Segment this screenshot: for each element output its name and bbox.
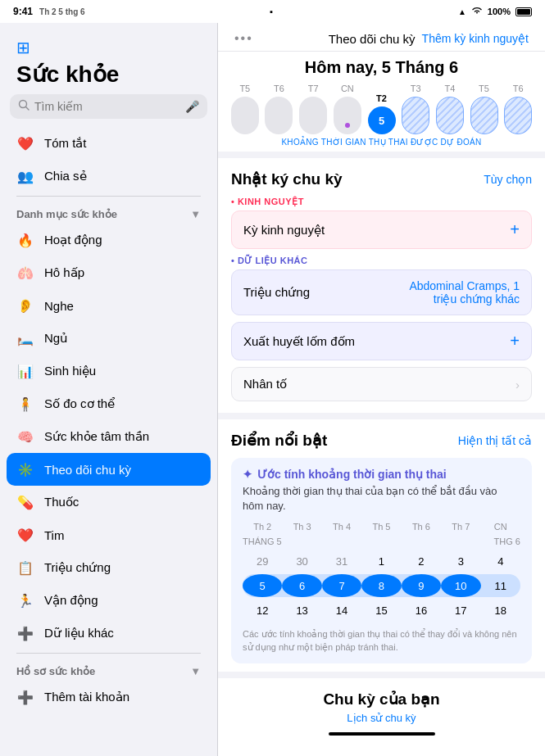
sidebar-item-nghe[interactable]: 👂 Nghe: [0, 289, 217, 322]
week-day-today: T2 5: [365, 93, 399, 134]
week-day-label-3: CN: [341, 84, 354, 93]
mini-calendar: Th 2 Th 3 Th 4 Th 5 Th 6 Th 7 CN THÁNG 5…: [243, 522, 520, 622]
week-day-1: T6: [262, 84, 297, 134]
more-dots-icon[interactable]: •••: [234, 31, 253, 46]
kinh-row[interactable]: Kỳ kinh nguyệt +: [231, 211, 532, 249]
month-label-2: THG 6: [361, 535, 520, 548]
sidebar-label-thuoc: Thuốc: [44, 495, 79, 509]
divider-2: [16, 653, 201, 654]
week-day-5: T3: [398, 84, 433, 134]
sidebar-item-tim[interactable]: ❤️ Tim: [0, 518, 217, 551]
week-bubble-5: [402, 97, 429, 134]
nhanto-chevron-icon: ›: [515, 378, 520, 392]
cal-cell-2: 2: [402, 550, 441, 573]
sidebar-item-hohap[interactable]: 🫁 Hô hấp: [0, 256, 217, 289]
week-bubble-0: [231, 97, 259, 134]
sidebar-item-chiase[interactable]: 👥 Chia sẻ: [0, 160, 217, 192]
sidebar-item-dulieukhac[interactable]: ➕ Dữ liệu khác: [0, 617, 217, 650]
sidebar-item-tomtat[interactable]: ❤️ Tóm tắt: [0, 127, 217, 160]
week-day-label-today: T2: [376, 93, 387, 103]
week-day-8: T6: [501, 84, 535, 134]
cal-cell-1: 1: [361, 550, 401, 573]
mini-cal-header: Th 2 Th 3 Th 4 Th 5 Th 6 Th 7 CN: [243, 522, 520, 532]
today-circle: 5: [368, 106, 396, 134]
chuky-section: Chu kỳ của bạn Lịch sử chu kỳ: [218, 672, 545, 740]
search-box[interactable]: 🎤: [10, 94, 207, 119]
sidebar-label-sinhhieu: Sinh hiệu: [44, 364, 96, 378]
sidebar-item-themtk[interactable]: ➕ Thêm tài khoản: [0, 681, 217, 713]
cal-cell-15: 15: [361, 599, 401, 622]
week-day-7: T5: [467, 84, 502, 134]
nhanto-label: Nhân tố: [243, 377, 287, 392]
sidebar-item-vandong[interactable]: 🏃 Vận động: [0, 584, 217, 617]
cal-row-1: 5 6 7 8 9 10 11: [243, 574, 520, 597]
week-bubble-1: [265, 97, 293, 134]
sidebar-item-tamthan[interactable]: 🧠 Sức khỏe tâm thần: [0, 420, 217, 453]
status-day: Th 2 5 thg 6: [39, 7, 85, 16]
chuky-title: Chu kỳ của bạn: [231, 690, 532, 708]
cal-cell-6: 6: [282, 574, 321, 597]
signal-icon: ▲: [458, 7, 466, 16]
highlights-header: Điểm nổi bật Hiện thị tất cả: [231, 431, 532, 450]
sidebar-label-tim: Tim: [44, 528, 64, 542]
week-bubble-3: [334, 97, 361, 134]
sidebar-item-triuchung[interactable]: 📋 Triệu chứng: [0, 551, 217, 584]
highlights-card-title: ✦ Ước tính khoảng thời gian thụ thai: [243, 468, 520, 481]
add-period-link[interactable]: Thêm kỳ kinh nguyệt: [422, 32, 529, 45]
sidebar-item-sinhhieu[interactable]: 📊 Sinh hiệu: [0, 355, 217, 387]
divider-1: [16, 196, 201, 197]
sidebar-item-thuoc[interactable]: 💊 Thuốc: [0, 486, 217, 518]
battery-icon: 100%: [488, 7, 511, 16]
mini-cal-grid: 29 30 31 1 2 3 4 5 6 7: [243, 550, 520, 622]
cal-row-0: 29 30 31 1 2 3 4: [243, 550, 520, 573]
sidebar-label-dulieukhac: Dữ liệu khác: [44, 626, 114, 641]
chuky-subtitle[interactable]: Lịch sử chu kỳ: [231, 712, 532, 724]
week-bubble-7: [470, 97, 498, 134]
cycle-icon: ✳️: [16, 460, 34, 478]
home-indicator: [329, 732, 435, 736]
sidebar-item-sodocthe[interactable]: 🧍 Số đo cơ thể: [0, 387, 217, 420]
cal-cell-4: 4: [481, 550, 520, 573]
sidebar: ⊞ Sức khỏe 🎤 ❤️ Tóm tắt 👥 Chia sẻ Danh m…: [0, 23, 217, 756]
cal-row-2: 12 13 14 15 16 17 18: [243, 599, 520, 622]
search-input[interactable]: [34, 100, 180, 113]
sidebar-item-theodoi[interactable]: ✳️ Theo dõi chu kỳ: [7, 453, 211, 486]
kinh-add-icon[interactable]: +: [510, 220, 520, 239]
xuathuyet-add-icon[interactable]: +: [510, 332, 520, 351]
notch: ▪: [259, 7, 284, 16]
tracking-label: Theo dõi chu kỳ: [329, 32, 416, 46]
sidebar-item-hoatdong[interactable]: 🔥 Hoạt động: [0, 224, 217, 256]
lung-icon: 🫁: [16, 264, 34, 282]
week-bubble-8: [504, 97, 532, 134]
ear-icon: 👂: [16, 297, 34, 315]
triuchung-row[interactable]: Triệu chứng Abdominal Cramps, 1 triệu ch…: [231, 269, 532, 315]
nhatky-action[interactable]: Tùy chọn: [484, 173, 532, 186]
sidebar-label-sodocthe: Số đo cơ thể: [44, 396, 115, 411]
cal-cell-7: 7: [322, 574, 361, 597]
highlights-action[interactable]: Hiện thị tất cả: [458, 434, 532, 447]
date-heading: Hôm nay, 5 Tháng 6: [218, 52, 545, 80]
sidebar-label-chiase: Chia sẻ: [44, 169, 87, 183]
cal-cell-12: 12: [243, 599, 282, 622]
cal-day-2: Th 4: [322, 522, 361, 532]
sidebar-item-ngu[interactable]: 🛏️ Ngủ: [0, 322, 217, 355]
plus-data-icon: ➕: [16, 624, 34, 642]
content-panel: ••• Theo dõi chu kỳ Thêm kỳ kinh nguyệt …: [217, 23, 545, 756]
sidebar-label-tamthan: Sức khỏe tâm thần: [44, 429, 149, 444]
xuathuyet-row[interactable]: Xuất huyết lốm đốm +: [231, 322, 532, 360]
week-day-label-0: T5: [239, 84, 250, 93]
wifi-icon: [471, 7, 483, 16]
chart-icon: 📊: [16, 362, 34, 380]
sidebar-label-triuchung: Triệu chứng: [44, 560, 111, 575]
cal-cell-30: 30: [282, 550, 321, 573]
week-day-label-5: T3: [411, 84, 421, 93]
cal-cell-5: 5: [243, 574, 282, 597]
cal-cell-3: 3: [441, 550, 480, 573]
cal-day-0: Th 2: [243, 522, 282, 532]
week-day-label-6: T4: [444, 84, 455, 93]
cal-cell-8: 8: [361, 574, 401, 597]
sidebar-label-hoatdong: Hoạt động: [44, 233, 102, 247]
nhanto-row[interactable]: Nhân tố ›: [231, 367, 532, 401]
cal-cell-29: 29: [243, 550, 282, 573]
bed-icon: 🛏️: [16, 329, 34, 347]
